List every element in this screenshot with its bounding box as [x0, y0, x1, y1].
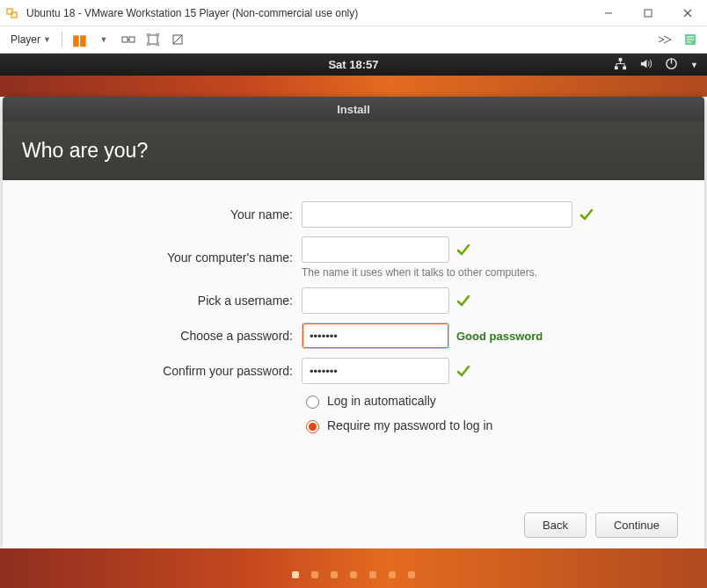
label-computer-name: Your computer's name:	[29, 250, 293, 265]
pager-dot[interactable]	[369, 571, 376, 578]
confirm-password-input[interactable]	[302, 358, 449, 384]
label-confirm-password: Confirm your password:	[29, 364, 293, 378]
fullscreen-icon[interactable]	[143, 30, 163, 49]
login-auto-label: Log in automatically	[327, 394, 436, 408]
username-input[interactable]	[302, 287, 449, 314]
separator	[62, 32, 62, 47]
installer-titlebar: Install	[3, 97, 704, 121]
login-require-label: Require my password to log in	[327, 418, 492, 432]
close-button[interactable]	[667, 0, 707, 25]
svg-rect-17	[615, 66, 618, 69]
ubuntu-topbar: Sat 18:57 ▼	[0, 54, 707, 76]
svg-rect-18	[623, 66, 626, 69]
topbar-clock[interactable]: Sat 18:57	[328, 58, 378, 71]
vmware-titlebar: Ubuntu 18 - VMware Workstation 15 Player…	[0, 0, 707, 26]
svg-rect-16	[619, 57, 623, 61]
password-strength: Good password	[456, 330, 543, 343]
pager-dot[interactable]	[408, 571, 415, 578]
pager-dot[interactable]	[350, 571, 357, 578]
login-require-radio[interactable]	[306, 420, 319, 433]
login-auto-radio[interactable]	[306, 396, 319, 409]
guest-os: Sat 18:57 ▼ Install Who are you? Your na…	[0, 54, 707, 588]
notes-icon[interactable]	[681, 30, 700, 49]
cycle-icon[interactable]	[656, 30, 675, 49]
svg-rect-3	[645, 10, 652, 17]
network-icon[interactable]	[614, 57, 627, 73]
pager-dot[interactable]	[389, 571, 396, 578]
pause-icon[interactable]: ▮▮	[69, 30, 89, 49]
label-username: Pick a username:	[29, 294, 293, 308]
checkmark-icon	[456, 364, 470, 378]
checkmark-icon	[456, 243, 470, 257]
page-heading: Who are you?	[22, 139, 148, 163]
installer-header: Who are you?	[3, 121, 704, 180]
password-input[interactable]	[302, 323, 449, 349]
continue-button[interactable]: Continue	[595, 512, 678, 538]
svg-rect-9	[149, 35, 157, 44]
checkmark-icon	[456, 294, 470, 308]
caret-down-icon: ▼	[43, 35, 51, 44]
minimize-button[interactable]	[588, 0, 628, 25]
vmware-window-title: Ubuntu 18 - VMware Workstation 15 Player…	[26, 7, 588, 19]
label-your-name: Your name:	[29, 207, 293, 221]
label-password: Choose a password:	[29, 329, 293, 343]
power-dropdown-icon[interactable]: ▼	[94, 30, 113, 49]
caret-down-icon[interactable]: ▼	[690, 61, 698, 69]
unity-icon[interactable]	[168, 30, 187, 49]
pager-dot[interactable]	[331, 571, 338, 578]
maximize-button[interactable]	[628, 0, 667, 25]
svg-line-11	[173, 35, 182, 44]
pager-dot[interactable]	[311, 571, 318, 578]
installer-window: Install Who are you? Your name: Your com…	[3, 97, 704, 548]
vmware-toolbar: Player▼ ▮▮ ▼	[0, 26, 707, 54]
send-ctrl-alt-del-icon[interactable]	[119, 30, 138, 49]
computer-name-hint: The name it uses when it talks to other …	[302, 266, 537, 279]
computer-name-input[interactable]	[302, 236, 449, 263]
your-name-input[interactable]	[302, 201, 572, 228]
back-button[interactable]: Back	[524, 512, 587, 538]
volume-icon[interactable]	[639, 57, 652, 73]
power-icon[interactable]	[665, 57, 678, 73]
svg-rect-6	[122, 37, 128, 42]
installer-body: Your name: Your computer's name: The nam…	[3, 180, 704, 548]
vmware-app-icon	[5, 5, 21, 21]
installer-pager	[0, 548, 707, 588]
pager-dot[interactable]	[292, 571, 299, 578]
player-menu[interactable]: Player▼	[7, 32, 55, 47]
checkmark-icon	[579, 207, 594, 221]
desktop-background	[0, 76, 707, 97]
svg-rect-7	[129, 37, 135, 42]
